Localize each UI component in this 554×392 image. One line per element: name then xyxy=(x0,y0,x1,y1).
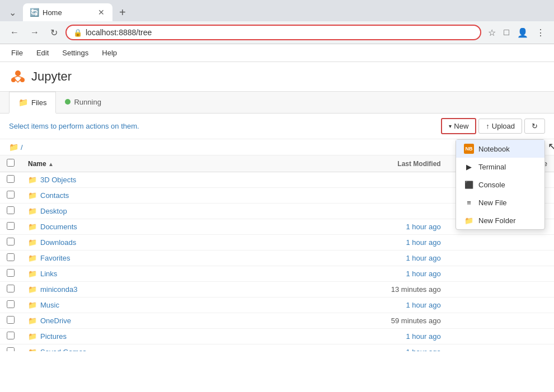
active-tab[interactable]: 🔄 Home ✕ xyxy=(23,3,112,21)
forward-button[interactable]: → xyxy=(27,25,43,40)
url-input[interactable] xyxy=(86,28,473,37)
file-name-link[interactable]: Saved Games xyxy=(40,348,86,351)
file-name-link[interactable]: Contacts xyxy=(40,191,69,200)
select-all-checkbox[interactable] xyxy=(7,159,15,167)
jupyter-title: Jupyter xyxy=(31,69,72,84)
file-name-link[interactable]: Documents xyxy=(40,223,77,231)
new-dropdown-arrow: ▾ xyxy=(449,123,452,129)
dropdown-item-console[interactable]: ⬛ Console xyxy=(456,176,544,193)
row-name-cell: 📁Favorites xyxy=(21,251,340,266)
modified-column-header[interactable]: Last Modified xyxy=(340,155,448,172)
row-checkbox[interactable] xyxy=(7,206,15,214)
row-checkbox[interactable] xyxy=(7,285,15,292)
new-button-label: New xyxy=(454,122,468,130)
menu-help[interactable]: Help xyxy=(100,46,119,59)
row-checkbox[interactable] xyxy=(7,332,15,339)
newfolder-icon: 📁 xyxy=(464,215,474,225)
row-checkbox[interactable] xyxy=(7,269,15,277)
row-modified-cell: 59 minutes ago xyxy=(340,313,448,329)
file-name-link[interactable]: Downloads xyxy=(40,238,76,247)
upload-button-label: Upload xyxy=(492,122,515,130)
tab-files[interactable]: 📁 Files xyxy=(9,92,56,114)
select-all-header xyxy=(0,155,21,172)
toolbar-info: Select items to perform actions on them. xyxy=(9,122,139,130)
row-checkbox[interactable] xyxy=(7,222,15,230)
menu-button[interactable]: ⋮ xyxy=(534,25,547,40)
refresh-button[interactable]: ↻ xyxy=(47,25,61,40)
tab-nav-left[interactable]: ⌄ xyxy=(4,5,21,20)
table-row: 📁Saved Games 1 hour ago xyxy=(0,344,554,352)
row-modified-cell: 1 hour ago xyxy=(340,297,448,313)
file-name-link[interactable]: Desktop xyxy=(40,207,67,215)
back-button[interactable]: ← xyxy=(7,25,22,40)
row-checkbox-cell xyxy=(0,204,21,219)
folder-icon: 📁 xyxy=(28,191,37,200)
extensions-button[interactable]: □ xyxy=(501,25,511,40)
name-column-header[interactable]: Name ▲ xyxy=(21,155,340,172)
folder-icon: 📁 xyxy=(28,176,37,184)
folder-icon: 📁 xyxy=(28,285,37,294)
table-row: 📁OneDrive 59 minutes ago xyxy=(0,313,554,329)
folder-icon: 📁 xyxy=(28,317,37,325)
tab-running-label: Running xyxy=(74,98,101,106)
new-button[interactable]: ▾ New xyxy=(441,118,476,134)
row-size-cell xyxy=(448,282,554,297)
info-suffix: on them. xyxy=(111,122,139,130)
folder-icon: 📁 xyxy=(28,223,37,231)
row-checkbox[interactable] xyxy=(7,347,15,351)
address-bar: ← → ↻ 🔒 ☆ □ 👤 ⋮ xyxy=(0,21,554,44)
row-size-cell xyxy=(448,329,554,344)
row-modified-cell: 1 hour ago xyxy=(340,251,448,266)
row-checkbox[interactable] xyxy=(7,253,15,261)
file-name-link[interactable]: Links xyxy=(40,270,57,278)
row-checkbox[interactable] xyxy=(7,238,15,245)
row-size-cell xyxy=(448,297,554,313)
tab-running[interactable]: Running xyxy=(56,92,110,113)
file-name-link[interactable]: Pictures xyxy=(40,332,67,341)
refresh-button-toolbar[interactable]: ↻ xyxy=(524,119,545,134)
row-checkbox[interactable] xyxy=(7,191,15,199)
toolbar: Select items to perform actions on them.… xyxy=(0,114,554,139)
row-checkbox-cell xyxy=(0,188,21,204)
upload-button[interactable]: ↑ Upload xyxy=(478,119,522,134)
row-checkbox-cell xyxy=(0,235,21,251)
dropdown-item-notebook[interactable]: NB Notebook xyxy=(456,140,544,158)
menu-edit[interactable]: Edit xyxy=(34,46,51,59)
row-name-cell: 📁Links xyxy=(21,266,340,282)
console-icon: ⬛ xyxy=(464,180,474,190)
profile-button[interactable]: 👤 xyxy=(515,25,530,40)
row-checkbox-cell xyxy=(0,282,21,297)
sort-arrow-icon: ▲ xyxy=(48,161,54,167)
row-checkbox-cell xyxy=(0,266,21,282)
file-name-link[interactable]: miniconda3 xyxy=(40,285,78,294)
breadcrumb[interactable]: / xyxy=(21,143,23,152)
dropdown-item-terminal[interactable]: ▶ Terminal xyxy=(456,158,544,176)
name-header-label: Name xyxy=(28,160,46,168)
row-checkbox[interactable] xyxy=(7,316,15,324)
file-name-link[interactable]: Music xyxy=(40,301,59,309)
row-modified-cell: 13 minutes ago xyxy=(340,282,448,297)
dropdown-item-newfolder[interactable]: 📁 New Folder xyxy=(456,211,544,229)
file-name-link[interactable]: Favorites xyxy=(40,254,70,262)
table-row: 📁Favorites 1 hour ago xyxy=(0,251,554,266)
tab-close-button[interactable]: ✕ xyxy=(97,7,106,18)
row-name-cell: 📁Saved Games xyxy=(21,344,340,352)
row-checkbox[interactable] xyxy=(7,175,15,183)
row-checkbox-cell xyxy=(0,219,21,235)
menu-settings[interactable]: Settings xyxy=(60,46,91,59)
menu-file[interactable]: File xyxy=(9,46,25,59)
row-name-cell: 📁Documents xyxy=(21,219,340,235)
file-name-link[interactable]: 3D Objects xyxy=(40,176,76,184)
new-tab-button[interactable]: + xyxy=(115,4,130,21)
row-size-cell xyxy=(448,251,554,266)
bookmark-button[interactable]: ☆ xyxy=(486,25,498,40)
row-name-cell: 📁Downloads xyxy=(21,235,340,251)
dropdown-terminal-label: Terminal xyxy=(478,163,506,171)
info-link[interactable]: actions xyxy=(86,122,109,130)
files-folder-icon: 📁 xyxy=(18,98,28,107)
table-row: 📁Pictures 1 hour ago xyxy=(0,329,554,344)
dropdown-notebook-label: Notebook xyxy=(478,145,510,153)
dropdown-item-newfile[interactable]: ≡ New File xyxy=(456,193,544,211)
file-name-link[interactable]: OneDrive xyxy=(40,317,71,325)
row-checkbox[interactable] xyxy=(7,300,15,308)
